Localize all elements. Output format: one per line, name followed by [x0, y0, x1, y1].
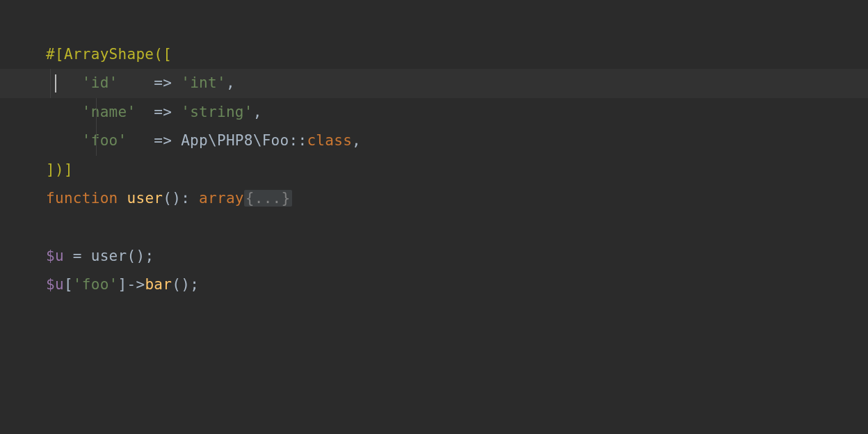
indent: [46, 132, 82, 149]
fat-arrow: =>: [145, 74, 181, 91]
user-call: user(): [91, 248, 145, 264]
fat-arrow: =>: [145, 132, 181, 149]
indent: [46, 104, 82, 120]
code-line-4[interactable]: 'foo' => App\PHP8\Foo::class,: [46, 127, 868, 155]
variable-u: $u: [46, 248, 64, 264]
method-bar: bar: [145, 276, 172, 293]
function-name: user: [127, 190, 163, 207]
align-pad: [118, 74, 145, 91]
code-line-2-current[interactable]: 'id' => 'int',: [0, 69, 868, 97]
align-pad: [136, 104, 145, 120]
code-line-1[interactable]: #[ArrayShape([: [46, 40, 868, 69]
array-val-string: 'string': [181, 104, 253, 120]
indent-guide: [50, 69, 51, 97]
code-line-6[interactable]: function user(): array{...}: [46, 184, 868, 213]
attribute-open: #[ArrayShape([: [46, 46, 172, 63]
class-path: App\PHP8\Foo: [181, 132, 289, 149]
text-caret: [55, 74, 56, 93]
fat-arrow: =>: [145, 104, 181, 120]
semicolon: ;: [190, 276, 199, 293]
attribute-close: ])]: [46, 161, 73, 178]
parens: (): [163, 190, 181, 207]
align-pad: [127, 132, 145, 149]
comma: ,: [352, 132, 361, 149]
index-foo: 'foo': [73, 276, 118, 293]
parens: (): [172, 276, 190, 293]
folded-region[interactable]: {...}: [244, 190, 292, 207]
array-val-int: 'int': [181, 74, 226, 91]
double-colon: ::: [289, 132, 307, 149]
code-line-3[interactable]: 'name' => 'string',: [46, 98, 868, 127]
colon: :: [181, 190, 199, 207]
return-type: array: [199, 190, 244, 207]
array-key-id: 'id': [82, 74, 118, 91]
variable-u: $u: [46, 276, 64, 293]
code-line-blank[interactable]: [46, 213, 868, 241]
function-keyword: function: [46, 190, 127, 207]
code-line-8[interactable]: $u = user();: [46, 242, 868, 271]
semicolon: ;: [145, 248, 154, 264]
indent-guide: [96, 127, 97, 155]
array-key-name: 'name': [82, 104, 136, 120]
indent: [46, 74, 82, 91]
indent-guide: [96, 98, 97, 127]
class-keyword: class: [307, 132, 352, 149]
code-line-5[interactable]: ])]: [46, 156, 868, 184]
assign: =: [64, 248, 91, 264]
code-line-9[interactable]: $u['foo']->bar();: [46, 271, 868, 299]
comma: ,: [226, 74, 235, 91]
comma: ,: [253, 104, 262, 120]
arrow-operator: ->: [127, 276, 145, 293]
bracket-open: [: [64, 276, 73, 293]
bracket-close: ]: [118, 276, 127, 293]
array-key-foo: 'foo': [82, 132, 127, 149]
